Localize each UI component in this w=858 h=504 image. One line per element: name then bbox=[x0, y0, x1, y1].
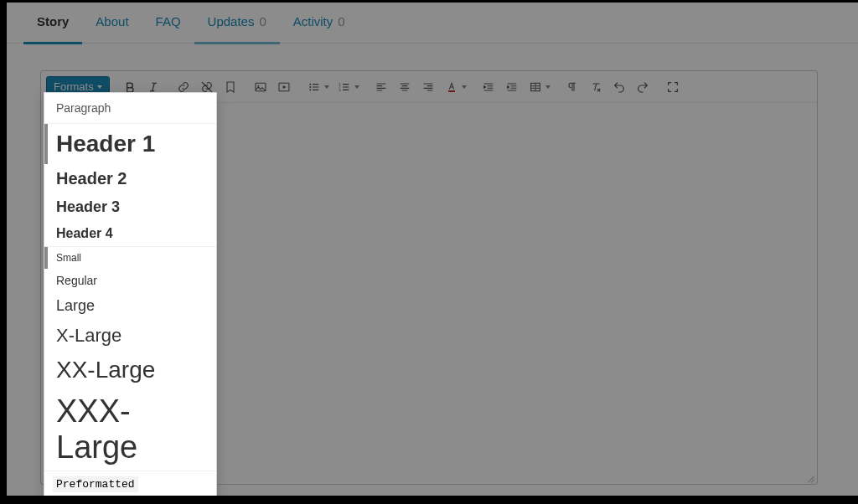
indent-icon bbox=[505, 80, 519, 94]
bookmark-button[interactable] bbox=[219, 75, 242, 99]
align-left-button[interactable] bbox=[370, 75, 393, 99]
align-right-button[interactable] bbox=[416, 75, 440, 99]
format-preformatted[interactable]: Preformatted bbox=[53, 476, 138, 492]
group-align bbox=[370, 75, 470, 99]
tab-updates[interactable]: Updates0 bbox=[194, 0, 280, 44]
tab-label: FAQ bbox=[156, 14, 181, 28]
textcolor-icon bbox=[445, 80, 458, 94]
resize-handle[interactable] bbox=[805, 472, 815, 482]
tabs-bar: Story About FAQ Updates0 Activity0 bbox=[0, 0, 858, 44]
svg-rect-9 bbox=[448, 90, 455, 92]
indent-button[interactable] bbox=[500, 75, 524, 99]
formats-dropdown: Paragraph Header 1 Header 2 Header 3 Hea… bbox=[44, 92, 217, 498]
video-icon bbox=[277, 80, 291, 94]
format-x-large[interactable]: X-Large bbox=[44, 320, 216, 352]
outdent-icon bbox=[482, 80, 495, 94]
clear-format-icon bbox=[589, 80, 602, 94]
undo-icon bbox=[612, 80, 626, 94]
group-fullscreen bbox=[661, 75, 685, 99]
align-center-button[interactable] bbox=[393, 75, 416, 99]
group-lists: 123 bbox=[302, 75, 363, 99]
textcolor-button[interactable] bbox=[440, 75, 470, 99]
pilcrow-icon bbox=[566, 80, 579, 94]
image-button[interactable] bbox=[249, 75, 272, 99]
outdent-button[interactable] bbox=[477, 75, 500, 99]
align-right-icon bbox=[421, 80, 435, 94]
format-paragraph[interactable]: Paragraph bbox=[44, 93, 216, 123]
video-button[interactable] bbox=[272, 75, 296, 99]
group-insert bbox=[249, 75, 296, 99]
frame-border-right bbox=[0, 0, 7, 504]
svg-point-4 bbox=[309, 86, 311, 88]
format-small[interactable]: Small bbox=[44, 247, 216, 269]
frame-border-bottom bbox=[0, 496, 858, 504]
tab-label: Updates bbox=[208, 14, 255, 28]
group-indent bbox=[477, 75, 554, 99]
image-icon bbox=[254, 80, 267, 94]
clear-format-button[interactable] bbox=[584, 75, 607, 99]
tab-faq[interactable]: FAQ bbox=[142, 0, 194, 44]
tab-about[interactable]: About bbox=[82, 0, 142, 44]
caret-down-icon bbox=[97, 85, 102, 89]
svg-point-3 bbox=[309, 83, 311, 85]
tab-story[interactable]: Story bbox=[23, 0, 82, 44]
ul-button[interactable] bbox=[302, 75, 333, 99]
format-xxx-large[interactable]: XXX-Large bbox=[44, 388, 216, 471]
table-icon bbox=[529, 80, 542, 94]
undo-button[interactable] bbox=[607, 75, 631, 99]
format-regular[interactable]: Regular bbox=[44, 269, 216, 292]
format-large[interactable]: Large bbox=[44, 292, 216, 320]
formats-label: Formats bbox=[54, 80, 94, 93]
redo-button[interactable] bbox=[631, 75, 654, 99]
tab-count: 0 bbox=[338, 14, 344, 28]
tab-activity[interactable]: Activity0 bbox=[280, 0, 359, 44]
table-button[interactable] bbox=[524, 75, 554, 99]
ol-button[interactable]: 123 bbox=[333, 75, 363, 99]
bookmark-icon bbox=[224, 80, 237, 94]
format-xx-large[interactable]: XX-Large bbox=[44, 352, 216, 388]
align-left-icon bbox=[375, 80, 388, 94]
svg-point-5 bbox=[309, 89, 311, 90]
page: Story About FAQ Updates0 Activity0 Forma… bbox=[0, 0, 858, 504]
fullscreen-button[interactable] bbox=[661, 75, 685, 99]
ol-icon: 123 bbox=[338, 80, 351, 94]
format-header-2[interactable]: Header 2 bbox=[44, 164, 216, 193]
group-format bbox=[561, 75, 654, 99]
frame-border-top bbox=[0, 0, 858, 3]
tab-label: Activity bbox=[293, 14, 333, 28]
format-header-4[interactable]: Header 4 bbox=[44, 221, 216, 246]
format-header-3[interactable]: Header 3 bbox=[44, 193, 216, 221]
redo-icon bbox=[636, 80, 649, 94]
tab-count: 0 bbox=[259, 14, 266, 28]
paragraph-symbol-button[interactable] bbox=[561, 75, 584, 99]
format-header-1[interactable]: Header 1 bbox=[44, 124, 216, 164]
tab-label: Story bbox=[37, 14, 69, 28]
tab-label: About bbox=[96, 14, 128, 28]
align-center-icon bbox=[398, 80, 411, 94]
fullscreen-icon bbox=[666, 80, 680, 94]
ul-icon bbox=[308, 80, 321, 94]
svg-text:3: 3 bbox=[339, 87, 341, 91]
